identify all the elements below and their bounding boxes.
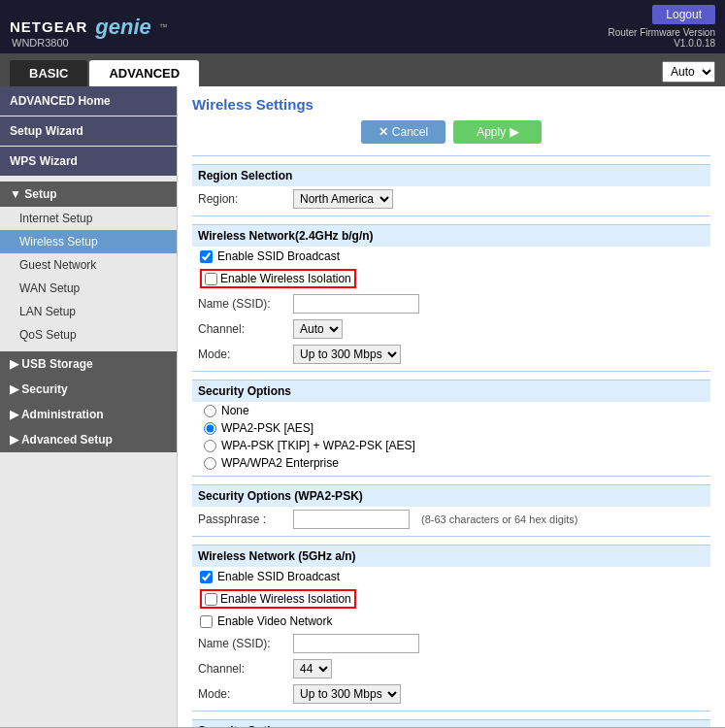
- radio-wpa-enterprise-24[interactable]: [204, 457, 216, 470]
- netgear-logo: NETGEAR: [10, 18, 87, 35]
- enable-ssid-broadcast-24-checkbox[interactable]: [200, 250, 213, 263]
- enable-wireless-isolation-24-checkbox[interactable]: [205, 273, 217, 285]
- logo-area: NETGEAR genie ™: [10, 15, 168, 40]
- mode-5g-label: Mode:: [198, 687, 285, 701]
- wireless-isolation-5g-highlight: Enable Wireless Isolation: [200, 589, 356, 609]
- enable-ssid-broadcast-24-row: Enable SSID Broadcast: [192, 247, 710, 266]
- advanced-tab[interactable]: ADVANCED: [89, 60, 199, 86]
- mode-5g-select[interactable]: Up to 300 Mbps: [293, 684, 401, 704]
- auto-area: Auto: [662, 61, 715, 83]
- sidebar-advanced-home[interactable]: ADVANCED Home: [0, 86, 177, 116]
- wireless-isolation-24-highlight: Enable Wireless Isolation: [200, 269, 356, 288]
- radio-wpa2-aes-24[interactable]: [204, 422, 216, 435]
- page-title: Wireless Settings: [192, 96, 710, 113]
- x-icon: ✕: [379, 125, 388, 139]
- mode-5g-row: Mode: Up to 300 Mbps: [192, 681, 710, 707]
- genie-logo: genie: [95, 15, 150, 40]
- security-options-24-header: Security Options: [192, 380, 710, 402]
- action-buttons: ✕ Cancel Apply ▶: [192, 120, 710, 144]
- passphrase-row: Passphrase : (8-63 characters or 64 hex …: [192, 507, 710, 532]
- enable-video-network-checkbox[interactable]: [200, 615, 213, 628]
- sidebar-setup-wizard[interactable]: Setup Wizard: [0, 116, 177, 146]
- header-right: Logout Router Firmware Version V1.0.0.18: [608, 5, 715, 49]
- radio-none-24-row: None: [192, 402, 710, 419]
- tm-mark: ™: [159, 22, 168, 32]
- name-ssid-24-label: Name (SSID):: [198, 297, 285, 311]
- radio-none-24[interactable]: [204, 405, 216, 417]
- channel-24-select[interactable]: Auto: [293, 319, 343, 339]
- name-ssid-24-row: Name (SSID):: [192, 291, 710, 316]
- sidebar-advanced-setup[interactable]: ▶ Advanced Setup: [0, 427, 177, 452]
- setup-section: ▼ Setup Internet Setup Wireless Setup Gu…: [0, 177, 177, 351]
- apply-button[interactable]: Apply ▶: [453, 120, 542, 144]
- enable-ssid-broadcast-5g-checkbox[interactable]: [200, 571, 213, 583]
- auto-select[interactable]: Auto: [662, 61, 715, 83]
- mode-24-select[interactable]: Up to 300 Mbps: [293, 345, 401, 364]
- radio-wpa2-aes-24-row: WPA2-PSK [AES]: [192, 419, 710, 437]
- layout: ADVANCED Home Setup Wizard WPS Wizard ▼ …: [0, 86, 725, 727]
- sidebar-item-lan-setup[interactable]: LAN Setup: [0, 300, 177, 323]
- name-ssid-24-input[interactable]: [293, 294, 419, 314]
- enable-ssid-broadcast-24-label: Enable SSID Broadcast: [217, 249, 340, 263]
- name-ssid-5g-label: Name (SSID):: [198, 637, 285, 650]
- region-label: Region:: [198, 192, 285, 206]
- basic-tab[interactable]: BASIC: [10, 60, 87, 86]
- sidebar-administration[interactable]: ▶ Administration: [0, 402, 177, 427]
- logout-button[interactable]: Logout: [652, 5, 715, 24]
- enable-ssid-broadcast-5g-row: Enable SSID Broadcast: [192, 567, 710, 586]
- radio-wpa-tkip-24[interactable]: [204, 440, 216, 452]
- enable-wireless-isolation-24-label: Enable Wireless Isolation: [220, 272, 351, 285]
- enable-ssid-broadcast-5g-label: Enable SSID Broadcast: [217, 570, 340, 583]
- main-content: Wireless Settings ✕ Cancel Apply ▶ Regio…: [178, 86, 725, 727]
- radio-none-24-label: None: [221, 404, 249, 417]
- name-ssid-5g-input[interactable]: [293, 634, 419, 653]
- enable-wireless-isolation-5g-row: Enable Wireless Isolation: [192, 586, 710, 612]
- enable-video-network-label: Enable Video Network: [217, 614, 333, 628]
- region-row: Region: North America: [192, 186, 710, 212]
- passphrase-hint: (8-63 characters or 64 hex digits): [421, 513, 577, 525]
- wireless-24-header: Wireless Network(2.4GHz b/g/n): [192, 224, 710, 247]
- radio-wpa-enterprise-24-label: WPA/WPA2 Enterprise: [221, 456, 339, 470]
- radio-wpa2-aes-24-label: WPA2-PSK [AES]: [221, 421, 313, 435]
- sidebar-security[interactable]: ▶ Security: [0, 377, 177, 402]
- sidebar-item-wireless-setup[interactable]: Wireless Setup: [0, 230, 177, 253]
- passphrase-label: Passphrase :: [198, 513, 285, 526]
- arrow-icon: ▶: [510, 125, 518, 139]
- sidebar-item-wan-setup[interactable]: WAN Setup: [0, 277, 177, 300]
- radio-wpa-enterprise-24-row: WPA/WPA2 Enterprise: [192, 454, 710, 472]
- sidebar: ADVANCED Home Setup Wizard WPS Wizard ▼ …: [0, 86, 178, 727]
- mode-24-label: Mode:: [198, 347, 285, 361]
- name-ssid-5g-row: Name (SSID):: [192, 631, 710, 656]
- cancel-button[interactable]: ✕ Cancel: [361, 120, 445, 144]
- radio-wpa-tkip-24-label: WPA-PSK [TKIP] + WPA2-PSK [AES]: [221, 439, 415, 452]
- channel-5g-label: Channel:: [198, 662, 285, 676]
- model-label: WNDR3800: [12, 37, 69, 49]
- setup-section-title[interactable]: ▼ Setup: [0, 182, 177, 207]
- sidebar-item-internet-setup[interactable]: Internet Setup: [0, 207, 177, 230]
- firmware-info: Router Firmware Version V1.0.0.18: [608, 27, 715, 49]
- nav-tabs: BASIC ADVANCED Auto: [0, 53, 725, 86]
- enable-wireless-isolation-5g-label: Enable Wireless Isolation: [220, 592, 351, 606]
- mode-24-row: Mode: Up to 300 Mbps: [192, 342, 710, 367]
- header: NETGEAR genie ™ Logout Router Firmware V…: [0, 0, 725, 53]
- security-options-5g-header: Security Options: [192, 719, 710, 727]
- passphrase-input[interactable]: [293, 510, 410, 529]
- region-select[interactable]: North America: [293, 189, 393, 209]
- channel-24-label: Channel:: [198, 322, 285, 336]
- region-section-header: Region Selection: [192, 164, 710, 186]
- sidebar-wps-wizard[interactable]: WPS Wizard: [0, 147, 177, 176]
- channel-24-row: Channel: Auto: [192, 316, 710, 342]
- enable-wireless-isolation-24-row: Enable Wireless Isolation: [192, 266, 710, 291]
- radio-wpa-tkip-24-row: WPA-PSK [TKIP] + WPA2-PSK [AES]: [192, 437, 710, 454]
- channel-5g-select[interactable]: 44: [293, 659, 332, 678]
- wireless-5g-header: Wireless Network (5GHz a/n): [192, 545, 710, 567]
- channel-5g-row: Channel: 44: [192, 656, 710, 681]
- sidebar-usb-storage[interactable]: ▶ USB Storage: [0, 351, 177, 377]
- sidebar-item-qos-setup[interactable]: QoS Setup: [0, 323, 177, 347]
- sidebar-item-guest-network[interactable]: Guest Network: [0, 253, 177, 277]
- enable-wireless-isolation-5g-checkbox[interactable]: [205, 593, 217, 606]
- enable-video-network-row: Enable Video Network: [192, 612, 710, 631]
- security-wpa2psk-header: Security Options (WPA2-PSK): [192, 484, 710, 507]
